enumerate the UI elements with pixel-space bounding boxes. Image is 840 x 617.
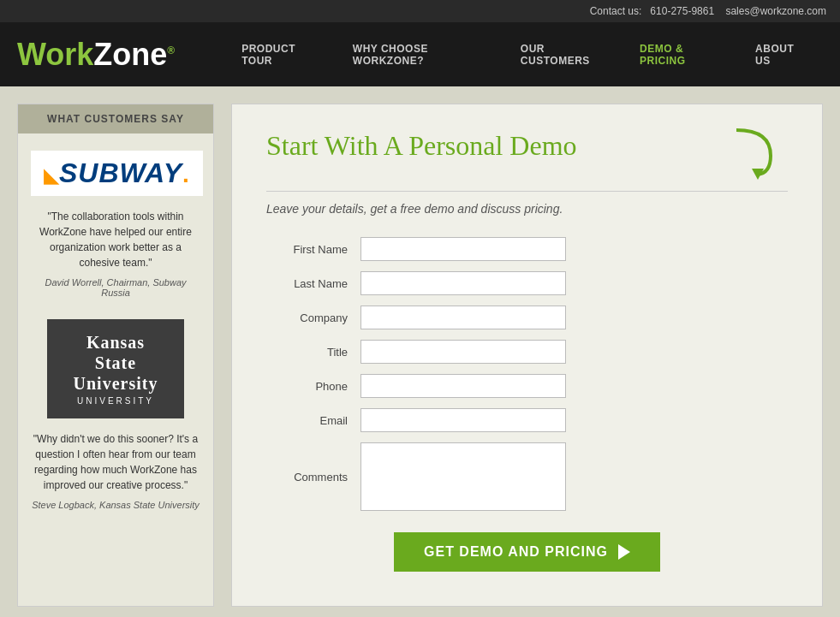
sidebar-header: WHAT CUSTOMERS SAY	[18, 104, 213, 133]
nav-about-us[interactable]: ABOUT US	[740, 43, 823, 67]
nav-product-tour[interactable]: PRODUCT TOUR	[226, 43, 337, 67]
top-bar: Contact us: 610-275-9861 sales@workzone.…	[0, 0, 840, 22]
last-name-label: Last Name	[266, 277, 360, 290]
first-name-input[interactable]	[360, 237, 566, 261]
demo-form: First Name Last Name Company Title Phone…	[266, 237, 788, 572]
logo-zone: Zone	[93, 37, 167, 72]
last-name-input[interactable]	[360, 271, 566, 295]
subway-logo-container: ◣SUBWAY.	[31, 151, 200, 196]
contact-label: Contact us:	[590, 5, 642, 17]
title-label: Title	[266, 346, 360, 359]
phone-label: Phone	[266, 380, 360, 393]
nav-our-customers[interactable]: OUR CUSTOMERS	[505, 43, 624, 67]
nav-why-choose[interactable]: WHY CHOOSE WORKZONE?	[337, 43, 505, 67]
comments-row: Comments	[266, 442, 788, 511]
form-title: Start With A Personal Demo	[266, 130, 719, 162]
company-input[interactable]	[360, 306, 566, 329]
phone-number: 610-275-9861	[650, 5, 714, 17]
sidebar-body: ◣SUBWAY. "The collaboration tools within…	[18, 133, 213, 549]
submit-arrow-icon	[618, 544, 630, 560]
phone-input[interactable]	[360, 374, 566, 398]
phone-row: Phone	[266, 374, 788, 398]
email-input[interactable]	[360, 408, 566, 432]
ksu-title2: University	[64, 373, 167, 394]
form-panel: Start With A Personal Demo Leave your de…	[231, 104, 823, 607]
company-row: Company	[266, 306, 788, 329]
email-label: Email	[266, 414, 360, 427]
submit-button[interactable]: GET DEMO AND PRICING	[394, 532, 660, 572]
form-subtitle: Leave your details, get a free demo and …	[266, 191, 788, 216]
last-name-row: Last Name	[266, 271, 788, 295]
submit-label: GET DEMO AND PRICING	[424, 544, 608, 560]
comments-textarea[interactable]	[360, 442, 566, 511]
email-link[interactable]: sales@workzone.com	[725, 5, 826, 17]
title-row: Title	[266, 340, 788, 364]
ksu-title: Kansas State	[64, 332, 167, 373]
logo-work: Work	[17, 37, 93, 72]
logo[interactable]: WorkZone®	[17, 37, 175, 73]
submit-row: GET DEMO AND PRICING	[266, 532, 788, 572]
subway-attribution: David Worrell, Chairman, Subway Russia	[31, 277, 200, 298]
ksu-quote: "Why didn't we do this sooner? It's a qu…	[31, 431, 200, 493]
sidebar: WHAT CUSTOMERS SAY ◣SUBWAY. "The collabo…	[17, 104, 214, 607]
first-name-label: First Name	[266, 243, 360, 256]
comments-label: Comments	[266, 471, 360, 484]
logo-trademark: ®	[167, 44, 175, 56]
ksu-attribution: Steve Logback, Kansas State University	[31, 500, 200, 510]
subway-quote: "The collaboration tools within WorkZone…	[31, 209, 200, 270]
nav-demo-pricing[interactable]: DEMO & PRICING	[624, 43, 740, 67]
ksu-subtitle: UNIVERSITY	[64, 396, 167, 406]
main-nav: PRODUCT TOUR WHY CHOOSE WORKZONE? OUR CU…	[226, 43, 823, 67]
company-label: Company	[266, 311, 360, 324]
title-input[interactable]	[360, 340, 566, 364]
arrow-decoration	[728, 122, 788, 191]
nav-bar: WorkZone® PRODUCT TOUR WHY CHOOSE WORKZO…	[0, 22, 840, 86]
subway-logo-text: ◣SUBWAY.	[44, 157, 190, 188]
first-name-row: First Name	[266, 237, 788, 261]
ksu-logo-container: Kansas State University UNIVERSITY	[31, 319, 200, 418]
email-row: Email	[266, 408, 788, 432]
main-content: WHAT CUSTOMERS SAY ◣SUBWAY. "The collabo…	[0, 86, 840, 617]
